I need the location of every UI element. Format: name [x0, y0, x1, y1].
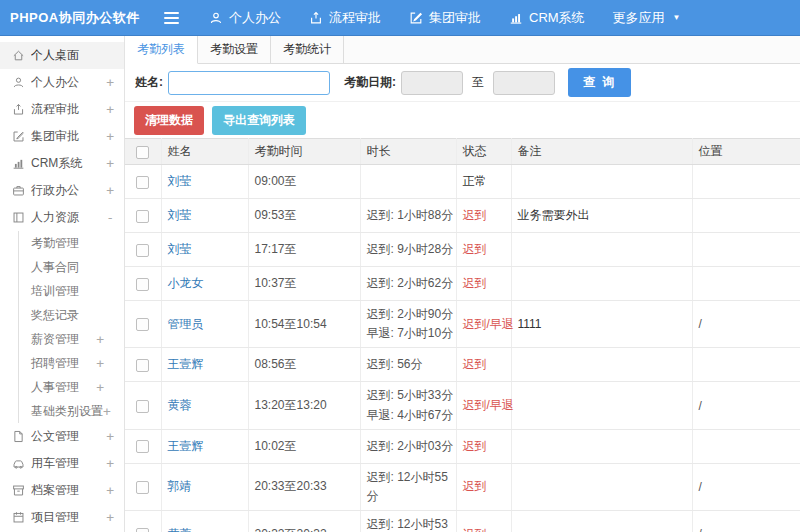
sidebar-item-group-approval[interactable]: 集团审批 + — [0, 123, 124, 150]
row-checkbox[interactable] — [136, 244, 149, 257]
employee-name-link[interactable]: 刘莹 — [168, 242, 192, 256]
attendance-table-wrap: 姓名 考勤时间 时长 状态 备注 位置 刘莹 — [125, 138, 800, 532]
location-cell — [692, 267, 800, 301]
hr-submenu-item[interactable]: 考勤管理 — [19, 231, 124, 255]
nav-flow-approval[interactable]: 流程审批 — [295, 0, 395, 36]
table-row: 刘莹 09:53至 迟到: 1小时88分 迟到 业务需要外出 — [125, 199, 800, 233]
employee-name-cell: 王壹辉 — [161, 429, 248, 463]
nav-more-apps[interactable]: 更多应用 ▼ — [599, 0, 695, 36]
employee-name-link[interactable]: 黄蓉 — [168, 527, 192, 532]
search-bar: 姓名: 考勤日期: 至 查 询 — [125, 64, 800, 102]
hr-submenu-item[interactable]: 人事管理 + — [19, 375, 124, 399]
duration-cell: 迟到: 12小时53分 — [360, 511, 456, 532]
employee-name-link[interactable]: 王壹辉 — [168, 357, 204, 371]
row-checkbox-cell — [125, 382, 161, 429]
location-cell — [692, 199, 800, 233]
location-cell — [692, 233, 800, 267]
name-input[interactable] — [168, 71, 330, 95]
hamburger-menu-icon[interactable] — [164, 12, 179, 24]
sidebar-item-crm[interactable]: CRM系统 + — [0, 150, 124, 177]
hr-submenu: 考勤管理 人事合同 培训管理 奖惩记录 — [18, 231, 124, 423]
employee-name-cell: 刘莹 — [161, 233, 248, 267]
employee-name-cell: 王壹辉 — [161, 348, 248, 382]
hr-submenu-item[interactable]: 奖惩记录 — [19, 303, 124, 327]
nav-crm-system[interactable]: CRM系统 — [495, 0, 599, 36]
row-checkbox[interactable] — [136, 176, 149, 189]
sidebar-item-archive-mgmt[interactable]: 档案管理 + — [0, 477, 124, 504]
sidebar-item-desktop[interactable]: 个人桌面 — [0, 42, 124, 69]
date-to-input[interactable] — [493, 71, 555, 95]
nav-personal-office[interactable]: 个人办公 — [195, 0, 295, 36]
to-label: 至 — [472, 74, 484, 91]
attendance-table: 姓名 考勤时间 时长 状态 备注 位置 刘莹 — [125, 138, 800, 532]
export-list-button[interactable]: 导出查询列表 — [212, 106, 306, 135]
name-label: 姓名: — [135, 74, 163, 91]
home-icon — [12, 49, 31, 62]
select-all-checkbox[interactable] — [136, 146, 149, 159]
caret-down-icon: ▼ — [673, 13, 681, 22]
row-checkbox[interactable] — [136, 278, 149, 291]
location-cell — [692, 348, 800, 382]
status-cell: 迟到 — [456, 511, 511, 532]
employee-name-link[interactable]: 王壹辉 — [168, 439, 204, 453]
employee-name-link[interactable]: 刘莹 — [168, 208, 192, 222]
attendance-time-cell: 10:37至 — [248, 267, 360, 301]
app-logo: PHPOA协同办公软件 — [0, 9, 158, 27]
row-checkbox[interactable] — [136, 318, 149, 331]
tab-attendance-list[interactable]: 考勤列表 — [125, 36, 198, 64]
sidebar-item-project-mgmt[interactable]: 项目管理 + — [0, 504, 124, 531]
table-header: 姓名 考勤时间 时长 状态 备注 位置 — [125, 139, 800, 165]
edit-square-icon — [12, 130, 31, 143]
tab-attendance-settings[interactable]: 考勤设置 — [198, 36, 271, 63]
header-checkbox-cell — [125, 139, 161, 165]
employee-name-link[interactable]: 管理员 — [168, 317, 204, 331]
query-button[interactable]: 查 询 — [568, 68, 631, 97]
table-row: 王壹辉 08:56至 迟到: 56分 迟到 — [125, 348, 800, 382]
user-icon — [209, 11, 223, 25]
row-checkbox[interactable] — [136, 481, 149, 494]
row-checkbox[interactable] — [136, 210, 149, 223]
row-checkbox[interactable] — [136, 359, 149, 372]
status-cell: 迟到 — [456, 233, 511, 267]
sidebar-item-personal-office[interactable]: 个人办公 + — [0, 69, 124, 96]
hr-submenu-item[interactable]: 人事合同 — [19, 255, 124, 279]
calendar-icon — [12, 511, 31, 524]
employee-name-link[interactable]: 黄蓉 — [168, 398, 192, 412]
hr-submenu-item[interactable]: 招聘管理 + — [19, 351, 124, 375]
date-from-input[interactable] — [401, 71, 463, 95]
employee-name-cell: 刘莹 — [161, 199, 248, 233]
row-checkbox-cell — [125, 267, 161, 301]
employee-name-link[interactable]: 刘莹 — [168, 174, 192, 188]
phpoa-app: PHPOA协同办公软件 个人办公 流程审批 集团审批 CRM系统 更多应用 ▼ — [0, 0, 800, 532]
nav-group-approval[interactable]: 集团审批 — [395, 0, 495, 36]
status-cell: 迟到 — [456, 429, 511, 463]
employee-name-link[interactable]: 郭靖 — [168, 479, 192, 493]
sidebar-item-vehicle-mgmt[interactable]: 用车管理 + — [0, 450, 124, 477]
hr-submenu-item[interactable]: 基础类别设置 + — [19, 399, 124, 423]
duration-cell: 迟到: 1小时88分 — [360, 199, 456, 233]
sidebar-item-document-mgmt[interactable]: 公文管理 + — [0, 423, 124, 450]
row-checkbox[interactable] — [136, 528, 149, 532]
note-cell — [511, 267, 692, 301]
sidebar-item-human-resources[interactable]: 人力资源 - — [0, 204, 124, 231]
note-cell — [511, 233, 692, 267]
hr-submenu-item[interactable]: 薪资管理 + — [19, 327, 124, 351]
attendance-time-cell: 08:56至 — [248, 348, 360, 382]
status-badge: 迟到 — [463, 208, 487, 222]
clean-data-button[interactable]: 清理数据 — [134, 106, 204, 135]
location-cell: / — [692, 463, 800, 510]
sidebar-item-flow-approval[interactable]: 流程审批 + — [0, 96, 124, 123]
row-checkbox[interactable] — [136, 400, 149, 413]
sidebar-item-admin-office[interactable]: 行政办公 + — [0, 177, 124, 204]
employee-name-cell: 管理员 — [161, 301, 248, 348]
attendance-time-cell: 09:53至 — [248, 199, 360, 233]
employee-name-link[interactable]: 小龙女 — [168, 276, 204, 290]
row-checkbox[interactable] — [136, 440, 149, 453]
location-cell: / — [692, 301, 800, 348]
attendance-time-cell: 10:54至10:54 — [248, 301, 360, 348]
note-cell — [511, 463, 692, 510]
status-cell: 正常 — [456, 165, 511, 199]
tab-attendance-stats[interactable]: 考勤统计 — [271, 36, 344, 63]
hr-submenu-item[interactable]: 培训管理 — [19, 279, 124, 303]
row-checkbox-cell — [125, 199, 161, 233]
